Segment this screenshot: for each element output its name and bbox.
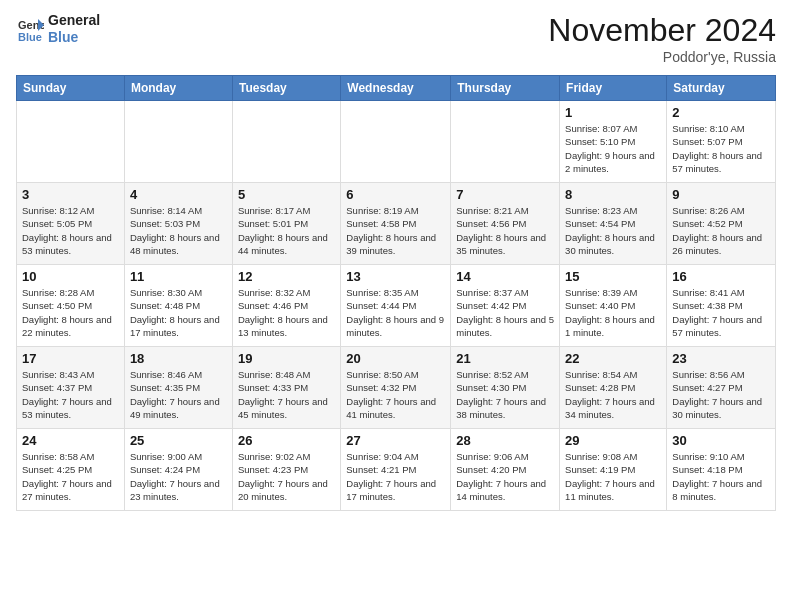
calendar-cell [232,101,340,183]
header-thursday: Thursday [451,76,560,101]
header-friday: Friday [560,76,667,101]
day-info: Sunrise: 8:48 AM Sunset: 4:33 PM Dayligh… [238,368,335,421]
day-info: Sunrise: 8:56 AM Sunset: 4:27 PM Dayligh… [672,368,770,421]
day-info: Sunrise: 8:39 AM Sunset: 4:40 PM Dayligh… [565,286,661,339]
calendar-cell: 3Sunrise: 8:12 AM Sunset: 5:05 PM Daylig… [17,183,125,265]
calendar-cell: 25Sunrise: 9:00 AM Sunset: 4:24 PM Dayli… [124,429,232,511]
calendar-cell [124,101,232,183]
day-number: 24 [22,433,119,448]
title-block: November 2024 Poddor'ye, Russia [548,12,776,65]
calendar-cell: 4Sunrise: 8:14 AM Sunset: 5:03 PM Daylig… [124,183,232,265]
calendar-cell: 7Sunrise: 8:21 AM Sunset: 4:56 PM Daylig… [451,183,560,265]
day-info: Sunrise: 8:07 AM Sunset: 5:10 PM Dayligh… [565,122,661,175]
day-number: 17 [22,351,119,366]
header-monday: Monday [124,76,232,101]
day-number: 10 [22,269,119,284]
day-info: Sunrise: 8:19 AM Sunset: 4:58 PM Dayligh… [346,204,445,257]
day-info: Sunrise: 8:10 AM Sunset: 5:07 PM Dayligh… [672,122,770,175]
calendar-cell: 14Sunrise: 8:37 AM Sunset: 4:42 PM Dayli… [451,265,560,347]
day-number: 1 [565,105,661,120]
calendar-cell [451,101,560,183]
calendar-header-row: Sunday Monday Tuesday Wednesday Thursday… [17,76,776,101]
calendar-cell: 2Sunrise: 8:10 AM Sunset: 5:07 PM Daylig… [667,101,776,183]
day-number: 14 [456,269,554,284]
header-wednesday: Wednesday [341,76,451,101]
calendar-table: Sunday Monday Tuesday Wednesday Thursday… [16,75,776,511]
day-number: 4 [130,187,227,202]
day-number: 21 [456,351,554,366]
day-number: 23 [672,351,770,366]
day-info: Sunrise: 8:50 AM Sunset: 4:32 PM Dayligh… [346,368,445,421]
day-number: 6 [346,187,445,202]
calendar-cell: 19Sunrise: 8:48 AM Sunset: 4:33 PM Dayli… [232,347,340,429]
calendar-cell: 20Sunrise: 8:50 AM Sunset: 4:32 PM Dayli… [341,347,451,429]
day-number: 12 [238,269,335,284]
day-info: Sunrise: 8:54 AM Sunset: 4:28 PM Dayligh… [565,368,661,421]
calendar-cell: 18Sunrise: 8:46 AM Sunset: 4:35 PM Dayli… [124,347,232,429]
day-number: 18 [130,351,227,366]
day-info: Sunrise: 8:52 AM Sunset: 4:30 PM Dayligh… [456,368,554,421]
day-number: 28 [456,433,554,448]
day-number: 30 [672,433,770,448]
calendar-cell: 6Sunrise: 8:19 AM Sunset: 4:58 PM Daylig… [341,183,451,265]
calendar-cell: 16Sunrise: 8:41 AM Sunset: 4:38 PM Dayli… [667,265,776,347]
month-title: November 2024 [548,12,776,49]
logo-icon: General Blue [16,15,44,43]
day-number: 9 [672,187,770,202]
week-row-4: 17Sunrise: 8:43 AM Sunset: 4:37 PM Dayli… [17,347,776,429]
calendar-cell: 9Sunrise: 8:26 AM Sunset: 4:52 PM Daylig… [667,183,776,265]
day-info: Sunrise: 9:08 AM Sunset: 4:19 PM Dayligh… [565,450,661,503]
svg-text:Blue: Blue [18,31,42,43]
calendar-cell: 1Sunrise: 8:07 AM Sunset: 5:10 PM Daylig… [560,101,667,183]
day-info: Sunrise: 9:04 AM Sunset: 4:21 PM Dayligh… [346,450,445,503]
calendar-cell: 22Sunrise: 8:54 AM Sunset: 4:28 PM Dayli… [560,347,667,429]
calendar-cell: 26Sunrise: 9:02 AM Sunset: 4:23 PM Dayli… [232,429,340,511]
day-number: 22 [565,351,661,366]
calendar-cell: 17Sunrise: 8:43 AM Sunset: 4:37 PM Dayli… [17,347,125,429]
day-info: Sunrise: 8:46 AM Sunset: 4:35 PM Dayligh… [130,368,227,421]
calendar-cell: 28Sunrise: 9:06 AM Sunset: 4:20 PM Dayli… [451,429,560,511]
day-number: 25 [130,433,227,448]
day-number: 16 [672,269,770,284]
calendar-cell: 21Sunrise: 8:52 AM Sunset: 4:30 PM Dayli… [451,347,560,429]
calendar-cell: 8Sunrise: 8:23 AM Sunset: 4:54 PM Daylig… [560,183,667,265]
day-number: 19 [238,351,335,366]
calendar-cell: 15Sunrise: 8:39 AM Sunset: 4:40 PM Dayli… [560,265,667,347]
location: Poddor'ye, Russia [548,49,776,65]
calendar-cell: 23Sunrise: 8:56 AM Sunset: 4:27 PM Dayli… [667,347,776,429]
day-info: Sunrise: 8:21 AM Sunset: 4:56 PM Dayligh… [456,204,554,257]
day-info: Sunrise: 9:00 AM Sunset: 4:24 PM Dayligh… [130,450,227,503]
day-number: 27 [346,433,445,448]
calendar-cell: 5Sunrise: 8:17 AM Sunset: 5:01 PM Daylig… [232,183,340,265]
day-info: Sunrise: 9:06 AM Sunset: 4:20 PM Dayligh… [456,450,554,503]
day-info: Sunrise: 8:43 AM Sunset: 4:37 PM Dayligh… [22,368,119,421]
day-number: 2 [672,105,770,120]
week-row-1: 1Sunrise: 8:07 AM Sunset: 5:10 PM Daylig… [17,101,776,183]
day-number: 15 [565,269,661,284]
day-info: Sunrise: 8:37 AM Sunset: 4:42 PM Dayligh… [456,286,554,339]
day-info: Sunrise: 8:23 AM Sunset: 4:54 PM Dayligh… [565,204,661,257]
day-info: Sunrise: 8:30 AM Sunset: 4:48 PM Dayligh… [130,286,227,339]
day-number: 13 [346,269,445,284]
calendar-cell: 29Sunrise: 9:08 AM Sunset: 4:19 PM Dayli… [560,429,667,511]
calendar-cell: 10Sunrise: 8:28 AM Sunset: 4:50 PM Dayli… [17,265,125,347]
header-sunday: Sunday [17,76,125,101]
header-tuesday: Tuesday [232,76,340,101]
week-row-5: 24Sunrise: 8:58 AM Sunset: 4:25 PM Dayli… [17,429,776,511]
day-number: 20 [346,351,445,366]
day-number: 29 [565,433,661,448]
day-number: 7 [456,187,554,202]
calendar-cell: 27Sunrise: 9:04 AM Sunset: 4:21 PM Dayli… [341,429,451,511]
day-number: 26 [238,433,335,448]
week-row-2: 3Sunrise: 8:12 AM Sunset: 5:05 PM Daylig… [17,183,776,265]
calendar-cell [341,101,451,183]
day-info: Sunrise: 8:14 AM Sunset: 5:03 PM Dayligh… [130,204,227,257]
day-info: Sunrise: 9:10 AM Sunset: 4:18 PM Dayligh… [672,450,770,503]
day-info: Sunrise: 8:32 AM Sunset: 4:46 PM Dayligh… [238,286,335,339]
header-saturday: Saturday [667,76,776,101]
day-info: Sunrise: 9:02 AM Sunset: 4:23 PM Dayligh… [238,450,335,503]
calendar-cell [17,101,125,183]
day-info: Sunrise: 8:35 AM Sunset: 4:44 PM Dayligh… [346,286,445,339]
week-row-3: 10Sunrise: 8:28 AM Sunset: 4:50 PM Dayli… [17,265,776,347]
calendar-cell: 12Sunrise: 8:32 AM Sunset: 4:46 PM Dayli… [232,265,340,347]
